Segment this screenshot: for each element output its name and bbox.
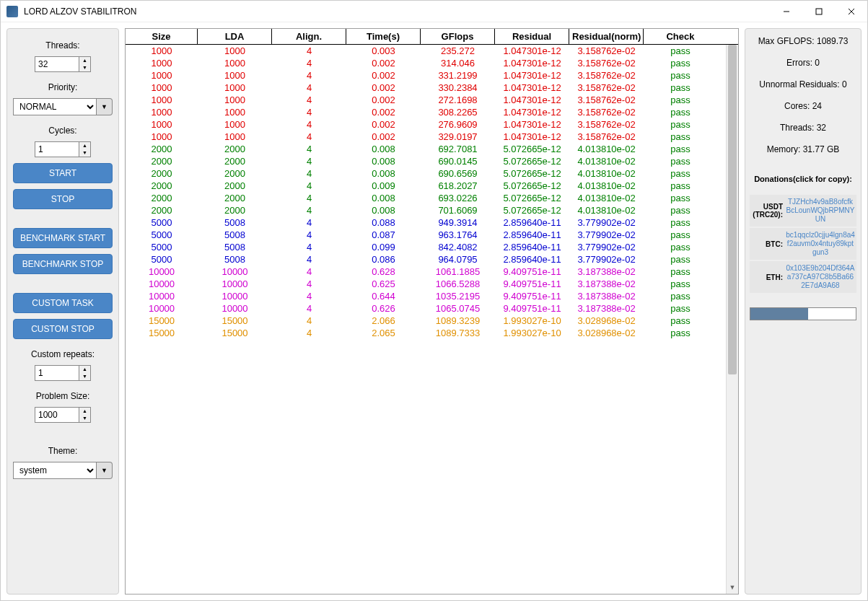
- table-row: 100001000040.6281061.18859.409751e-113.1…: [126, 266, 738, 278]
- cell-gflops: 1089.7333: [421, 327, 495, 339]
- cell-gflops: 331.2199: [421, 69, 495, 82]
- cell-residual-norm: 3.158762e-02: [569, 106, 644, 118]
- cell-residual-norm: 3.158762e-02: [569, 131, 644, 143]
- cell-residual: 1.047301e-12: [495, 94, 569, 106]
- problem-size-up-icon[interactable]: ▲: [79, 408, 90, 415]
- scrollbar-thumb[interactable]: [728, 45, 737, 374]
- cycles-input[interactable]: [35, 141, 79, 157]
- cell-check: pass: [644, 253, 717, 266]
- cycles-up-icon[interactable]: ▲: [79, 142, 90, 149]
- benchmark-start-button[interactable]: BENCHMARK START: [13, 228, 113, 248]
- threads-spinner[interactable]: ▲▼: [35, 56, 91, 72]
- cell-time: 0.009: [346, 180, 421, 192]
- threads-input[interactable]: [35, 56, 79, 72]
- header-residual-norm: Residual(norm): [569, 29, 644, 44]
- priority-select[interactable]: NORMAL ▼: [13, 98, 113, 115]
- problem-size-input[interactable]: [35, 407, 79, 423]
- cell-lda: 1000: [198, 82, 272, 94]
- cycles-spinner[interactable]: ▲▼: [35, 141, 91, 157]
- minimize-button[interactable]: [770, 1, 802, 22]
- custom-repeats-input[interactable]: [35, 365, 79, 381]
- cell-check: pass: [644, 155, 717, 167]
- cell-align: 4: [272, 57, 346, 69]
- stop-button[interactable]: STOP: [13, 189, 113, 209]
- priority-dropdown[interactable]: NORMAL: [13, 98, 97, 115]
- cell-gflops: 235.272: [421, 45, 495, 57]
- custom-repeats-spinner[interactable]: ▲▼: [35, 365, 91, 381]
- custom-stop-button[interactable]: CUSTOM STOP: [13, 319, 113, 339]
- close-button[interactable]: [835, 1, 867, 22]
- cell-gflops: 314.046: [421, 57, 495, 69]
- donation-currency: USDT (TRC20):: [751, 203, 783, 219]
- cores-stat: Cores: 24: [750, 101, 856, 111]
- cell-lda: 1000: [198, 69, 272, 82]
- cell-lda: 2000: [198, 155, 272, 167]
- custom-repeats-up-icon[interactable]: ▲: [79, 366, 90, 373]
- benchmark-stop-button[interactable]: BENCHMARK STOP: [13, 254, 113, 274]
- chevron-down-icon[interactable]: ▼: [97, 462, 113, 479]
- threads-down-icon[interactable]: ▼: [79, 64, 90, 71]
- cell-time: 0.002: [346, 118, 421, 131]
- header-gflops: GFlops: [421, 29, 495, 44]
- cell-check: pass: [644, 45, 717, 57]
- cell-check: pass: [644, 118, 717, 131]
- cell-time: 0.644: [346, 290, 421, 302]
- scroll-down-icon[interactable]: ▼: [727, 582, 738, 594]
- cell-residual: 5.072665e-12: [495, 180, 569, 192]
- cell-residual-norm: 3.158762e-02: [569, 45, 644, 57]
- cell-lda: 1000: [198, 131, 272, 143]
- theme-select[interactable]: system ▼: [13, 462, 113, 479]
- donation-address[interactable]: bc1qqclz0cjju4lgn8a4f2auvm0x4ntuy89kptgu…: [786, 231, 855, 257]
- donation-row: ETH:0x103E9b204Df364Aa737cA97C8b5Ba662E7…: [750, 261, 856, 293]
- threads-up-icon[interactable]: ▲: [79, 57, 90, 64]
- problem-size-spinner[interactable]: ▲▼: [35, 407, 91, 423]
- cell-align: 4: [272, 266, 346, 278]
- table-row: 2000200040.008690.01455.072665e-124.0138…: [126, 155, 738, 167]
- cell-residual: 2.859640e-11: [495, 229, 569, 241]
- cell-residual-norm: 3.779902e-02: [569, 253, 644, 266]
- table-row: 2000200040.009618.20275.072665e-124.0138…: [126, 180, 738, 192]
- cycles-down-icon[interactable]: ▼: [79, 149, 90, 157]
- cell-check: pass: [644, 167, 717, 180]
- cell-gflops: 964.0795: [421, 253, 495, 266]
- cell-align: 4: [272, 69, 346, 82]
- table-row: 100001000040.6441035.21959.409751e-113.1…: [126, 290, 738, 302]
- chevron-down-icon[interactable]: ▼: [97, 98, 113, 115]
- donation-address[interactable]: 0x103E9b204Df364Aa737cA97C8b5Ba662E7dA9A…: [786, 264, 855, 290]
- cell-residual: 1.047301e-12: [495, 45, 569, 57]
- maximize-button[interactable]: [802, 1, 835, 22]
- cell-align: 4: [272, 192, 346, 204]
- cell-residual-norm: 3.779902e-02: [569, 241, 644, 253]
- donation-address[interactable]: TJZHch4v9aB8ofcfkBcLounWQjbRPMNYUN: [786, 198, 855, 224]
- cell-time: 0.087: [346, 229, 421, 241]
- cell-align: 4: [272, 204, 346, 216]
- cell-align: 4: [272, 118, 346, 131]
- cell-size: 10000: [126, 302, 198, 315]
- cell-lda: 10000: [198, 266, 272, 278]
- cell-lda: 1000: [198, 118, 272, 131]
- cell-check: pass: [644, 229, 717, 241]
- cell-residual: 5.072665e-12: [495, 192, 569, 204]
- theme-dropdown[interactable]: system: [13, 462, 97, 479]
- cell-lda: 10000: [198, 290, 272, 302]
- cell-residual-norm: 4.013810e-02: [569, 204, 644, 216]
- cell-gflops: 842.4082: [421, 241, 495, 253]
- cell-size: 15000: [126, 315, 198, 327]
- custom-repeats-label: Custom repeats:: [13, 349, 113, 359]
- custom-repeats-down-icon[interactable]: ▼: [79, 373, 90, 380]
- start-button[interactable]: START: [13, 163, 113, 183]
- vertical-scrollbar[interactable]: ▼: [726, 45, 738, 594]
- table-row: 100001000040.6261065.07459.409751e-113.1…: [126, 302, 738, 315]
- problem-size-down-icon[interactable]: ▼: [79, 415, 90, 422]
- cell-size: 2000: [126, 167, 198, 180]
- table-row: 1000100040.003235.2721.047301e-123.15876…: [126, 45, 738, 57]
- cell-align: 4: [272, 302, 346, 315]
- cell-size: 5000: [126, 253, 198, 266]
- cell-residual-norm: 3.187388e-02: [569, 290, 644, 302]
- priority-label: Priority:: [13, 82, 113, 92]
- memory-stat: Memory: 31.77 GB: [750, 144, 856, 154]
- cell-lda: 5008: [198, 241, 272, 253]
- header-residual: Residual: [495, 29, 569, 44]
- cell-lda: 2000: [198, 167, 272, 180]
- custom-task-button[interactable]: CUSTOM TASK: [13, 293, 113, 313]
